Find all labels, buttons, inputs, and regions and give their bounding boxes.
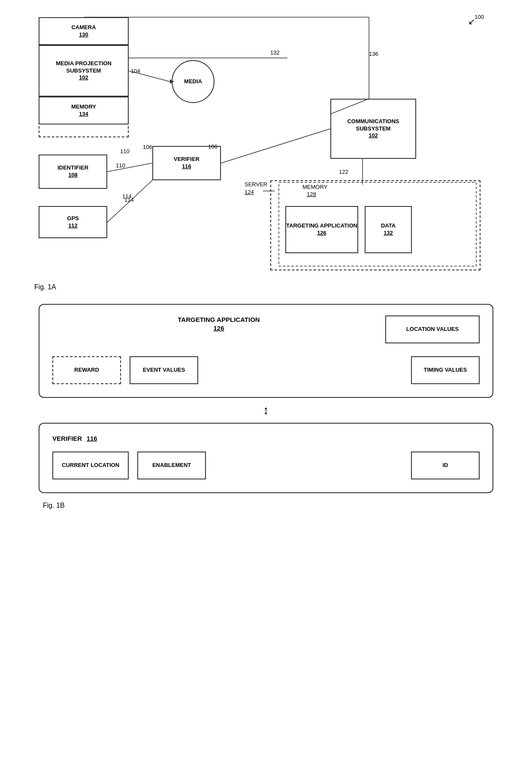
double-arrow-connector: ↕ xyxy=(39,398,493,423)
data-box: DATA 132 xyxy=(365,206,412,253)
camera-label: CAMERA xyxy=(71,24,96,31)
location-values-label: LOCATION VALUES xyxy=(406,326,459,333)
mps-ref: 102 xyxy=(79,74,88,82)
camera-ref: 130 xyxy=(79,31,88,39)
comms-ref: 102 xyxy=(369,132,378,139)
fig1b-bottom-box: VERIFIER 116 CURRENT LOCATION ENABLEMENT… xyxy=(39,423,493,493)
comms-label: COMMUNICATIONS SUBSYSTEM xyxy=(331,118,415,133)
location-values-box: LOCATION VALUES xyxy=(385,315,480,343)
svg-line-11 xyxy=(107,180,152,222)
camera-box: CAMERA 130 xyxy=(39,17,129,45)
targeting-label: TARGETING APPLICATION xyxy=(286,222,357,230)
svg-line-13 xyxy=(221,129,330,163)
media-circle: MEDIA xyxy=(172,60,215,103)
memory-inner-label: MEMORY xyxy=(302,184,327,190)
reward-box: REWARD xyxy=(52,356,121,384)
fig1b-top-box: TARGETING APPLICATION 126 LOCATION VALUE… xyxy=(39,304,493,398)
label-110: 110 xyxy=(120,148,130,155)
fig1a-caption: Fig. 1A xyxy=(30,283,502,291)
data-ref: 132 xyxy=(384,230,393,237)
mps-label: MEDIA PROJECTION SUBSYSTEM xyxy=(39,60,128,75)
fig1b-title-right: LOCATION VALUES xyxy=(385,315,480,343)
fig1b-title-left: TARGETING APPLICATION 126 xyxy=(52,315,385,332)
enablement-box: ENABLEMENT xyxy=(137,452,206,479)
label-114: 114 xyxy=(122,193,132,200)
server-label: SERVER xyxy=(245,181,267,188)
server-ref: 124 xyxy=(245,189,254,195)
svg-text:110: 110 xyxy=(116,162,125,169)
fig1b-container: TARGETING APPLICATION 126 LOCATION VALUE… xyxy=(39,304,493,509)
double-arrow-icon: ↕ xyxy=(263,404,269,416)
memory-inner-ref: 128 xyxy=(307,191,316,197)
media-label: MEDIA xyxy=(184,78,202,85)
fig1b-caption: Fig. 1B xyxy=(39,502,493,509)
enablement-label: ENABLEMENT xyxy=(152,462,191,469)
svg-text:122: 122 xyxy=(339,169,348,175)
fig1b-targeting-title: TARGETING APPLICATION xyxy=(52,315,385,324)
current-location-box: CURRENT LOCATION xyxy=(52,452,129,479)
fig1b-title-area: TARGETING APPLICATION 126 LOCATION VALUE… xyxy=(52,315,480,343)
mps-box: MEDIA PROJECTION SUBSYSTEM 102 xyxy=(39,45,129,97)
svg-text:104: 104 xyxy=(131,68,140,74)
verifier-label: VERIFIER xyxy=(174,156,200,163)
gps-ref: 112 xyxy=(68,222,78,230)
id-box: ID xyxy=(411,452,480,479)
current-location-label: CURRENT LOCATION xyxy=(62,462,119,469)
gps-label: GPS xyxy=(67,215,79,222)
identifier-box: IDENTIFIER 108 xyxy=(39,155,107,189)
memory-top-box: MEMORY 134 xyxy=(39,97,129,124)
ref-100-label: 100 xyxy=(475,14,484,20)
gps-box: GPS 112 xyxy=(39,206,107,238)
fig1b-bottom-row: CURRENT LOCATION ENABLEMENT ID xyxy=(52,452,480,479)
id-label: ID xyxy=(443,462,448,469)
event-values-box: EVENT VALUES xyxy=(130,356,198,384)
fig1b-verifier-title: VERIFIER xyxy=(52,435,82,442)
fig1b-targeting-ref: 126 xyxy=(52,324,385,333)
memory-top-ref: 134 xyxy=(79,111,88,118)
verifier-box: VERIFIER 116 xyxy=(152,146,221,180)
timing-values-label: TIMING VALUES xyxy=(424,367,467,374)
fig1b-verifier-title-area: VERIFIER 116 xyxy=(52,434,480,443)
data-label: DATA xyxy=(381,222,396,230)
timing-values-box: TIMING VALUES xyxy=(411,356,480,384)
svg-line-0 xyxy=(129,71,170,82)
identifier-ref: 108 xyxy=(68,172,78,179)
arrow-100-icon: ↙ xyxy=(468,16,475,27)
reward-label: REWARD xyxy=(74,367,99,374)
event-values-label: EVENT VALUES xyxy=(143,367,185,374)
svg-text:132: 132 xyxy=(270,49,280,56)
targeting-box: TARGETING APPLICATION 126 xyxy=(285,206,358,253)
svg-line-9 xyxy=(107,163,152,172)
label-106: 106 xyxy=(143,144,152,150)
comms-box: COMMUNICATIONS SUBSYSTEM 102 xyxy=(330,99,416,159)
targeting-ref: 126 xyxy=(317,230,326,237)
fig1b-middle-row: REWARD EVENT VALUES TIMING VALUES xyxy=(52,356,480,384)
memory-top-label: MEMORY xyxy=(71,103,96,111)
fig1a-diagram: 100 ↙ CAMERA 130 MEDIA PROJECTION SUBSYS… xyxy=(30,13,485,279)
verifier-ref: 116 xyxy=(182,163,191,170)
svg-text:136: 136 xyxy=(369,51,378,57)
identifier-label: IDENTIFIER xyxy=(57,164,88,172)
fig1b-verifier-ref: 116 xyxy=(87,435,97,442)
